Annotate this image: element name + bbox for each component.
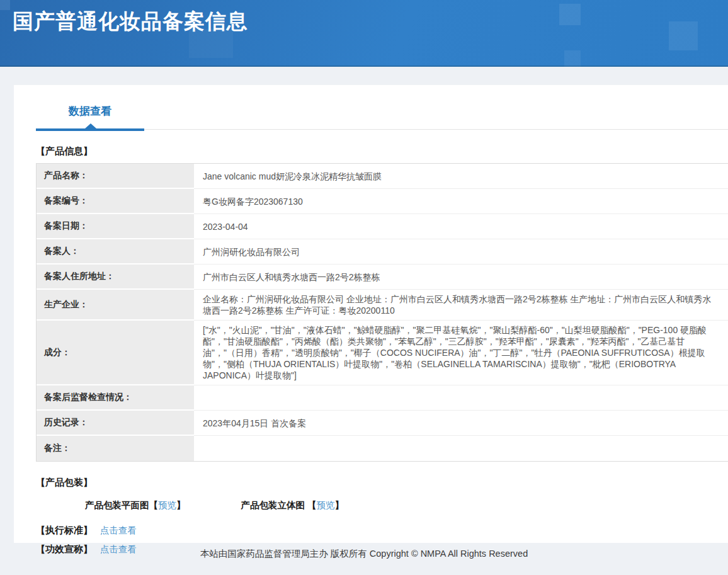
tab-active-underline (36, 128, 144, 131)
row-value: 企业名称：广州润研化妆品有限公司 企业地址：广州市白云区人和镇秀水塘西一路2号2… (194, 290, 728, 321)
table-row: 备案人： 广州润研化妆品有限公司 (37, 239, 728, 265)
packaging-plan-label: 产品包装平面图【 (85, 500, 158, 510)
table-row: 生产企业： 企业名称：广州润研化妆品有限公司 企业地址：广州市白云区人和镇秀水塘… (37, 290, 728, 321)
table-row: 备案日期： 2023-04-04 (37, 214, 728, 239)
row-value: 2023-04-04 (194, 214, 728, 239)
table-row: 备案人住所地址： 广州市白云区人和镇秀水塘西一路2号2栋整栋 (37, 265, 728, 290)
row-label: 备案后监督检查情况： (37, 385, 194, 411)
row-value: Jane volcanic mud妍泥冷泉冰泥精华抗皱面膜 (194, 164, 728, 189)
tab-active-caret-icon (85, 123, 96, 128)
product-info-table: 产品名称： Jane volcanic mud妍泥冷泉冰泥精华抗皱面膜 备案编号… (36, 163, 728, 462)
row-value: 广州润研化妆品有限公司 (194, 239, 728, 265)
packaging-3d-preview-link[interactable]: 预览 (317, 500, 335, 510)
row-value (194, 385, 728, 411)
packaging-plan-preview-link[interactable]: 预览 (158, 500, 176, 510)
product-info-heading: 【产品信息】 (36, 145, 728, 157)
row-value: 广州市白云区人和镇秀水塘西一路2号2栋整栋 (194, 265, 728, 290)
row-label: 成分： (37, 321, 194, 385)
table-row: 产品名称： Jane volcanic mud妍泥冷泉冰泥精华抗皱面膜 (37, 164, 728, 189)
row-value: ["水"，"火山泥"，"甘油"，"液体石蜡"，"鲸蜡硬脂醇"，"聚二甲基硅氧烷"… (194, 321, 728, 385)
standard-row: 【执行标准】 点击查看 (36, 525, 728, 537)
row-value (194, 436, 728, 461)
table-row: 历史记录： 2023年04月15日 首次备案 (37, 411, 728, 436)
content-card: 数据查看 【产品信息】 产品名称： Jane volcanic mud妍泥冷泉冰… (14, 85, 728, 543)
packaging-3d-label: 产品包装立体图 【 (241, 500, 317, 510)
packaging-plan-item: 产品包装平面图【预览】 (85, 499, 186, 511)
row-label: 历史记录： (37, 411, 194, 436)
tab-bar: 数据查看 (36, 85, 728, 132)
row-value: 2023年04月15日 首次备案 (194, 411, 728, 436)
standard-view-link[interactable]: 点击查看 (100, 525, 137, 537)
header-decoration (0, 0, 10, 10)
row-label: 备注： (37, 436, 194, 461)
table-row: 备案后监督检查情况： (37, 385, 728, 411)
packaging-3d-item: 产品包装立体图 【预览】 (241, 499, 344, 511)
page-header: 国产普通化妆品备案信息 (0, 0, 728, 67)
row-label: 备案人住所地址： (37, 265, 194, 290)
standard-heading: 【执行标准】 (36, 525, 93, 537)
table-row: 备注： (37, 436, 728, 461)
bracket-close: 】 (335, 500, 344, 510)
row-label: 备案日期： (37, 214, 194, 239)
packaging-heading: 【产品包装】 (36, 477, 728, 489)
row-label: 备案编号： (37, 189, 194, 214)
table-row: 备案编号： 粤G妆网备字2023067130 (37, 189, 728, 214)
page-title: 国产普通化妆品备案信息 (13, 8, 248, 36)
row-label: 生产企业： (37, 290, 194, 321)
table-row: 成分： ["水"，"火山泥"，"甘油"，"液体石蜡"，"鲸蜡硬脂醇"，"聚二甲基… (37, 321, 728, 385)
header-decoration (564, 50, 581, 67)
row-value: 粤G妆网备字2023067130 (194, 189, 728, 214)
row-label: 备案人： (37, 239, 194, 265)
footer-copyright: 本站由国家药品监督管理局主办 版权所有 Copyright © NMPA All… (0, 548, 728, 560)
packaging-row: 产品包装平面图【预览】 产品包装立体图 【预览】 (36, 499, 728, 511)
row-label: 产品名称： (37, 164, 194, 189)
bracket-close: 】 (176, 500, 186, 510)
header-decoration (669, 21, 698, 50)
header-decoration (559, 4, 581, 25)
